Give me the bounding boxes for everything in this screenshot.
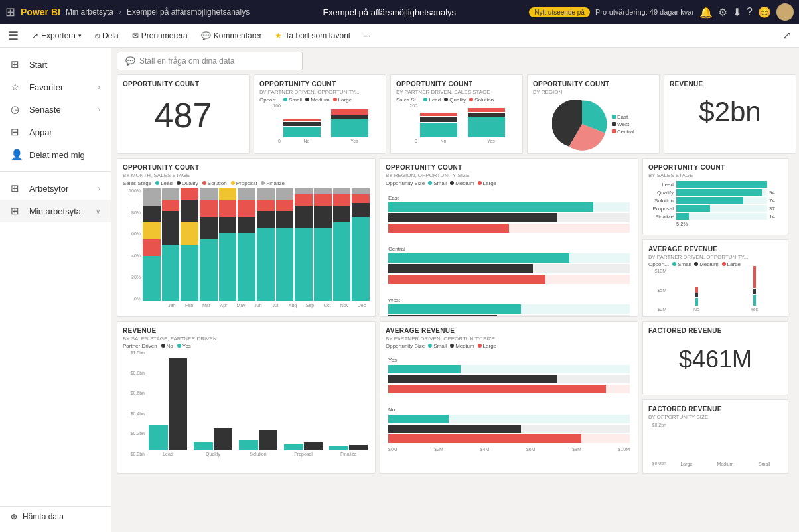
qa-bar[interactable]: 💬 Ställ en fråga om dina data [117, 52, 303, 70]
pie-chart-region: East West Central [533, 98, 654, 151]
chevron-down-icon: ∨ [96, 208, 100, 215]
export-button[interactable]: ↗ Exportera ▾ [27, 29, 87, 43]
y-axis-factored: $0.2bn$0.0bn [648, 423, 668, 466]
avgrev-no: No [668, 266, 725, 312]
card-title-opp-stage: Opportunity Count [396, 80, 517, 88]
notifications-icon[interactable]: 🔔 [699, 6, 713, 19]
bar-sep [295, 188, 313, 301]
workspaces-icon: ⊞ [11, 182, 23, 194]
x-labels-avrev: $0M$2M$4M$6M$8M$10M [388, 447, 630, 452]
chevron-icon: › [98, 84, 100, 91]
hbar-central: Central [388, 246, 630, 284]
hbar-east: East [388, 195, 630, 233]
share-icon: ⎋ [95, 31, 100, 40]
stacked-bar-row [143, 188, 370, 301]
sidebar-item-favorites[interactable]: ☆ Favoriter › [0, 76, 111, 98]
hbar-yes: Yes [388, 357, 630, 393]
card-subtitle-opp-region: BY REGION [533, 89, 654, 95]
bar-nov [333, 188, 351, 301]
comments-icon: 💬 [201, 31, 211, 40]
card-subtitle-factored-rev-size: BY OPPORTUNITY SIZE [648, 414, 782, 420]
card-subtitle-avg-rev-size: BY PARTNER DRIVEN, OPPORTUNITY SIZE [386, 336, 632, 342]
favorite-button[interactable]: ★ Ta bort som favorit [269, 29, 356, 43]
apps-icon: ⊟ [11, 126, 23, 138]
hbar-central-medium [388, 264, 630, 273]
hbars-region: East Central [386, 188, 632, 317]
card-subtitle-month-stage: BY MONTH, SALES STAGE [123, 172, 370, 178]
bar-small: Small [746, 460, 782, 466]
subscribe-button[interactable]: ✉ Prenumerera [127, 29, 193, 43]
workspace-label[interactable]: Min arbetsyta [66, 7, 113, 17]
bar-proposal: Proposal [282, 348, 325, 456]
subscribe-icon: ✉ [132, 31, 139, 40]
shared-icon: 👤 [11, 149, 23, 161]
bar-mar [181, 188, 198, 301]
sidebar-item-recent[interactable]: ◷ Senaste › [0, 98, 111, 121]
bar-feb [162, 188, 180, 301]
bar-qualify: Qualify [192, 348, 234, 456]
card-opp-partner: Opportunity Count BY PARTNER DRIVEN, OPP… [254, 74, 386, 154]
sidebar-label-recent: Senaste [29, 105, 61, 115]
emoji-icon[interactable]: 😊 [758, 6, 771, 19]
sidebar: ⊞ Start ☆ Favoriter › ◷ Senaste › ⊟ Appa… [0, 48, 111, 532]
stacked-bars: Jan Feb Mar Apr May Jun Jul Aug Sep Oct … [143, 188, 370, 308]
hbar-east-medium [388, 213, 630, 222]
hbar-west: West [388, 297, 630, 317]
bar-apr [200, 188, 218, 301]
get-data-button[interactable]: ⊕ Hämta data [0, 506, 111, 527]
toggle-label[interactable]: Nytt utseende på [529, 7, 590, 17]
card-avg-revenue-partner: Average Revenue BY PARTNER DRIVEN, OPPOR… [642, 239, 788, 317]
revenue-value: $2bn [670, 98, 790, 126]
sidebar-item-start[interactable]: ⊞ Start [0, 53, 111, 76]
collapse-icon[interactable]: ☰ [8, 29, 19, 43]
hbar-central-small [388, 253, 630, 263]
rev-stage-chart: $1.0bn$0.8bn$0.6bn$0.4bn$0.2bn$0.0bn Lea… [123, 350, 370, 456]
avgrev-bars: No Yes [668, 269, 782, 312]
help-icon[interactable]: ? [747, 6, 753, 18]
card-revenue: Revenue $2bn [664, 74, 796, 154]
card-opp-month-stage: Opportunity Count BY MONTH, SALES STAGE … [117, 158, 376, 317]
card-title-month-stage: Opportunity Count [123, 164, 370, 171]
card-title-sales-stage: Opportunity Count [648, 164, 782, 171]
y-axis-stage: 2000 [399, 103, 419, 143]
sidebar-label-myworkspace: Min arbetsyta [29, 206, 81, 216]
export-icon: ↗ [32, 31, 38, 40]
avatar[interactable] [776, 3, 794, 21]
card-opp-region-size: Opportunity Count BY REGION, OPPORTUNITY… [380, 158, 638, 317]
card-title-opp-region: Opportunity Count [533, 80, 654, 88]
card-title-avg-revenue: Average Revenue [648, 245, 782, 253]
bar-may [219, 188, 237, 301]
hbar-east-large [388, 224, 630, 233]
bar-dec [352, 188, 370, 301]
star-icon: ★ [275, 31, 282, 40]
factored-revenue-value: $461M [648, 348, 782, 371]
y-axis: 1000 [262, 103, 282, 143]
bar-no: No [283, 101, 330, 143]
row1: Opportunity Count 487 Opportunity Count … [117, 74, 794, 154]
more-button[interactable]: ··· [358, 29, 376, 43]
sidebar-item-apps[interactable]: ⊟ Appar [0, 121, 111, 143]
right-col-row2: Opportunity Count BY SALES STAGE Lead Qu… [642, 158, 788, 317]
comments-button[interactable]: 💬 Kommentarer [196, 29, 267, 43]
sales-stage-bars: Lead Qualify 94 [648, 178, 782, 230]
download-icon[interactable]: ⬇ [733, 6, 741, 19]
bar-aug [276, 188, 294, 301]
expand-button[interactable]: ⤢ [782, 29, 791, 42]
report-label[interactable]: Exempel på affärsmöjlighetsanalys [127, 7, 250, 17]
main-layout: ⊞ Start ☆ Favoriter › ◷ Senaste › ⊟ Appa… [0, 48, 799, 532]
clock-icon: ◷ [11, 103, 23, 115]
settings-icon[interactable]: ⚙ [718, 6, 727, 19]
card-revenue-stage: Revenue BY SALES STAGE, PARTNER DRIVEN P… [117, 321, 376, 474]
card-factored-revenue: Factored Revenue $461M [642, 321, 788, 395]
sidebar-item-myworkspace[interactable]: ⊞ Min arbetsyta ∨ [0, 200, 111, 222]
export-chevron: ▾ [78, 33, 82, 39]
sidebar-item-shared[interactable]: 👤 Delat med mig [0, 143, 111, 166]
card-factored-rev-size: Factored Revenue BY OPPORTUNITY SIZE $0.… [642, 399, 788, 474]
bar-stage-no: No [420, 101, 467, 143]
sidebar-divider [0, 171, 111, 172]
stage-proposal: Proposal 37 [648, 205, 782, 212]
factored-rev-size-chart: $0.2bn$0.0bn Large Medium [648, 420, 782, 466]
sidebar-item-workspaces[interactable]: ⊞ Arbetsytor › [0, 177, 111, 200]
card-subtitle-region-size: BY REGION, OPPORTUNITY SIZE [386, 172, 632, 178]
share-button[interactable]: ⎋ Dela [90, 29, 124, 43]
